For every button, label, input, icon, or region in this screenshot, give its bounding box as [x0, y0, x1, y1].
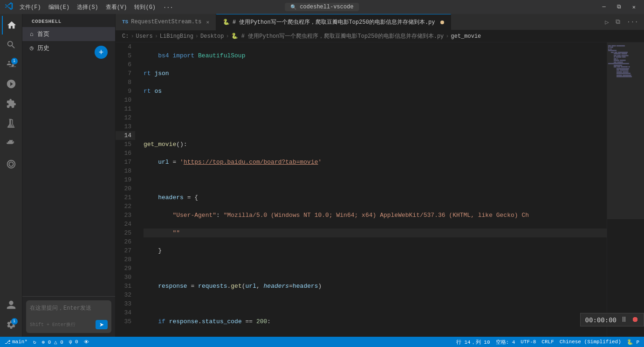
menu-more[interactable]: ...	[160, 2, 176, 12]
title-bar-left: 文件(F) 编辑(E) 选择(S) 查看(V) 转到(G) ...	[5, 2, 176, 13]
code-editor[interactable]: 4 5 6 7 8 9 10 11 12 13 14 15 16 17 18 1…	[116, 42, 644, 337]
activity-icon-account[interactable]	[2, 296, 21, 314]
timer-widget: 00:00:00 ⏸ ⏺	[580, 313, 644, 326]
home-icon: ⌂	[30, 31, 34, 38]
status-eol[interactable]: CRLF	[541, 339, 554, 345]
sidebar-history-label: 历史	[37, 44, 49, 52]
menu-view[interactable]: 查看(V)	[103, 2, 130, 12]
activity-icon-home[interactable]	[2, 16, 21, 35]
branch-name: main*	[12, 339, 27, 345]
code-line-6: rt os	[144, 87, 607, 96]
tab-py-label: # 使用Python写一个爬虫程序，爬取豆瓣电影Top250的电影信息并存储到本…	[233, 18, 435, 26]
menu-goto[interactable]: 转到(G)	[131, 2, 158, 12]
status-spaces[interactable]: 空格: 4	[496, 339, 515, 346]
tab-py[interactable]: 🐍 # 使用Python写一个爬虫程序，爬取豆瓣电影Top250的电影信息并存储…	[216, 14, 451, 30]
tabs-right-actions: ▷ ⧉ ···	[603, 17, 644, 27]
code-line-11	[144, 175, 607, 184]
editor-area: TS RequestEventStream.ts ✕ 🐍 # 使用Python写…	[116, 14, 644, 337]
tab-ts-close[interactable]: ✕	[206, 19, 209, 25]
breadcrumb: C: › Users › LiBingBing › Desktop › 🐍 # …	[116, 30, 644, 42]
more-actions-button[interactable]: ···	[625, 17, 640, 27]
tabs-bar: TS RequestEventStream.ts ✕ 🐍 # 使用Python写…	[116, 14, 644, 30]
close-button[interactable]: ✕	[629, 3, 639, 12]
add-button[interactable]: +	[95, 46, 108, 59]
window-controls: — ⧉ ✕	[599, 3, 639, 12]
tab-ts-label: RequestEventStream.ts	[131, 19, 201, 25]
breadcrumb-drive[interactable]: C:	[122, 33, 129, 40]
breadcrumb-user[interactable]: LiBingBing	[160, 33, 193, 40]
code-line-10: url = 'https://top.baidu.com/board?tab=m…	[144, 158, 607, 167]
status-language[interactable]: Chinese (Simplified)	[560, 339, 621, 345]
activity-bar: 1 1	[0, 14, 22, 337]
breadcrumb-users[interactable]: Users	[136, 33, 153, 40]
menu-edit[interactable]: 编辑(E)	[46, 2, 73, 12]
title-bar: 文件(F) 编辑(E) 选择(S) 查看(V) 转到(G) ... 🔍 code…	[0, 0, 644, 14]
code-line-5: rt json	[144, 69, 607, 78]
status-eye[interactable]: 👁	[84, 339, 89, 345]
timer-display: 00:00:00	[585, 316, 617, 324]
code-line-9: get_movie():	[144, 140, 607, 149]
timer-record-button[interactable]: ⏺	[631, 315, 639, 324]
play-button[interactable]: ▷	[603, 17, 610, 27]
status-branch[interactable]: ⎇ main*	[5, 339, 27, 345]
branch-icon: ⎇	[5, 339, 11, 345]
ts-icon: TS	[122, 19, 128, 25]
status-errors[interactable]: ⊗ 0 △ 0	[42, 339, 63, 345]
chat-area: Shift + Enter换行 ➤	[22, 296, 115, 337]
title-search[interactable]: 🔍 codeshell-vscode	[285, 3, 359, 11]
chat-send-button[interactable]: ➤	[96, 320, 108, 329]
code-line-8	[144, 122, 607, 131]
activity-icon-docker[interactable]	[2, 133, 21, 152]
window-title: codeshell-vscode	[300, 4, 353, 10]
tab-ts[interactable]: TS RequestEventStream.ts ✕	[116, 14, 216, 30]
activity-icon-search[interactable]	[2, 35, 21, 54]
source-control-badge: 1	[11, 58, 18, 64]
code-line-12: headers = {	[144, 193, 607, 202]
activity-icon-flask[interactable]	[2, 114, 21, 132]
split-editor-button[interactable]: ⧉	[614, 17, 622, 27]
sidebar-home-label: 首页	[37, 30, 49, 38]
status-bar: ⎇ main* ↻ ⊗ 0 △ 0 ψ 0 👁 行 14，列 10 空格: 4 …	[0, 337, 644, 347]
breadcrumb-function[interactable]: get_movie	[451, 33, 481, 40]
activity-icon-extensions[interactable]	[2, 94, 21, 113]
code-line-19: if response.status_code == 200:	[144, 317, 607, 326]
code-line-14: ""	[144, 229, 607, 237]
status-left: ⎇ main* ↻ ⊗ 0 △ 0 ψ 0 👁	[5, 339, 89, 345]
modified-dot	[440, 21, 444, 24]
search-icon: 🔍	[290, 4, 297, 10]
code-line-15: }	[144, 246, 607, 255]
breadcrumb-desktop[interactable]: Desktop	[200, 33, 224, 40]
chat-input-footer: Shift + Enter换行 ➤	[30, 320, 108, 329]
relative-container: 4 5 6 7 8 9 10 11 12 13 14 15 16 17 18 1…	[116, 42, 644, 337]
status-sync[interactable]: ↻	[33, 339, 36, 345]
code-line-4: bs4 import BeautifulSoup	[144, 51, 607, 60]
sidebar-item-home[interactable]: ⌂ 首页	[22, 27, 115, 41]
code-line-17: response = requests.get(url, headers=hea…	[144, 282, 607, 291]
code-line-16	[144, 264, 607, 273]
activity-icon-settings[interactable]: 1	[2, 315, 21, 334]
breadcrumb-file[interactable]: 🐍 # 使用Python写一个爬虫程序，爬取豆瓣电影Top250的电影信息并存储…	[231, 32, 444, 40]
status-python[interactable]: 🐍 P	[627, 339, 639, 345]
activity-bar-bottom: 1	[2, 296, 21, 335]
chat-hint: Shift + Enter换行	[30, 321, 75, 328]
menu-select[interactable]: 选择(S)	[74, 2, 101, 12]
code-line-13: "User-Agent": "Mozilla/5.0 (Windows NT 1…	[144, 211, 607, 220]
activity-icon-source-control[interactable]: 1	[2, 55, 21, 74]
minimap-slider[interactable]	[607, 42, 644, 219]
status-line-col[interactable]: 行 14，列 10	[456, 339, 490, 346]
status-warnings[interactable]: ψ 0	[69, 339, 78, 345]
code-line-18	[144, 299, 607, 308]
maximize-button[interactable]: ⧉	[613, 3, 625, 11]
activity-icon-run[interactable]	[2, 75, 21, 93]
minimize-button[interactable]: —	[599, 3, 610, 11]
menu-bar: 文件(F) 编辑(E) 选择(S) 查看(V) 转到(G) ...	[17, 2, 176, 12]
chat-input[interactable]	[30, 304, 108, 317]
activity-icon-plugin[interactable]	[2, 155, 21, 174]
code-content[interactable]: bs4 import BeautifulSoup rt json rt os g…	[139, 42, 607, 337]
settings-badge: 1	[11, 318, 18, 325]
history-icon: ◷	[30, 44, 34, 52]
timer-pause-button[interactable]: ⏸	[620, 315, 628, 324]
py-icon: 🐍	[223, 19, 230, 26]
menu-file[interactable]: 文件(F)	[17, 2, 44, 12]
status-encoding[interactable]: UTF-8	[521, 339, 536, 345]
